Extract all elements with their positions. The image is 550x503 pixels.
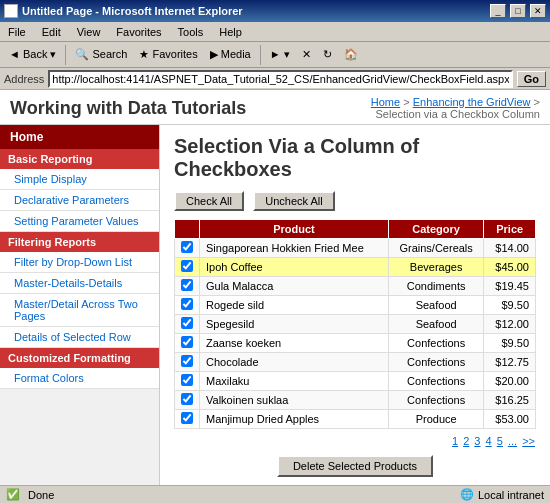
address-label: Address (4, 73, 44, 85)
close-button[interactable]: ✕ (530, 4, 546, 18)
table-row: Valkoinen suklaa Confections $16.25 (175, 391, 536, 410)
row-checkbox-cell (175, 334, 200, 353)
check-all-button[interactable]: Check All (174, 191, 244, 211)
app-icon (4, 4, 18, 18)
row-product: Maxilaku (200, 372, 389, 391)
row-checkbox[interactable] (181, 374, 193, 386)
go-button[interactable]: Go (517, 71, 546, 87)
col-header-product: Product (200, 220, 389, 239)
breadcrumb-home[interactable]: Home (371, 96, 400, 108)
address-input[interactable] (48, 70, 512, 88)
row-price: $20.00 (484, 372, 536, 391)
row-price: $16.25 (484, 391, 536, 410)
status-text: Done (28, 489, 452, 501)
delete-button[interactable]: Delete Selected Products (277, 455, 433, 477)
row-product: Ipoh Coffee (200, 258, 389, 277)
maximize-button[interactable]: □ (510, 4, 526, 18)
media-button[interactable]: ▶ Media (205, 46, 256, 63)
row-checkbox[interactable] (181, 317, 193, 329)
menu-view[interactable]: View (73, 24, 105, 40)
row-product: Rogede sild (200, 296, 389, 315)
row-price: $12.00 (484, 315, 536, 334)
favorites-button[interactable]: ★ Favorites (134, 46, 202, 63)
search-button[interactable]: 🔍 Search (70, 46, 132, 63)
menu-favorites[interactable]: Favorites (112, 24, 165, 40)
table-row: Maxilaku Confections $20.00 (175, 372, 536, 391)
toolbar-separator-1 (65, 45, 66, 65)
page-ellipsis[interactable]: ... (508, 435, 517, 447)
breadcrumb-current: Selection via a Checkbox Column (376, 108, 540, 120)
row-checkbox-cell (175, 277, 200, 296)
row-category: Seafood (388, 296, 484, 315)
zone-label: Local intranet (478, 489, 544, 501)
row-checkbox[interactable] (181, 336, 193, 348)
addressbar: Address Go (0, 68, 550, 90)
stop-button[interactable]: ✕ (297, 46, 316, 63)
row-checkbox[interactable] (181, 241, 193, 253)
page-header: Working with Data Tutorials Home > Enhan… (0, 90, 550, 125)
sidebar-item-details-selected[interactable]: Details of Selected Row (0, 327, 159, 348)
minimize-button[interactable]: _ (490, 4, 506, 18)
row-category: Condiments (388, 277, 484, 296)
page-1[interactable]: 1 (452, 435, 458, 447)
page-next[interactable]: >> (522, 435, 535, 447)
table-row: Rogede sild Seafood $9.50 (175, 296, 536, 315)
refresh-button[interactable]: ↻ (318, 46, 337, 63)
row-checkbox[interactable] (181, 412, 193, 424)
row-category: Seafood (388, 315, 484, 334)
row-product: Valkoinen suklaa (200, 391, 389, 410)
menu-tools[interactable]: Tools (174, 24, 208, 40)
row-checkbox[interactable] (181, 393, 193, 405)
sidebar-item-declarative[interactable]: Declarative Parameters (0, 190, 159, 211)
sidebar-home[interactable]: Home (0, 125, 159, 149)
home-button[interactable]: 🏠 (339, 46, 363, 63)
row-checkbox-cell (175, 296, 200, 315)
row-price: $9.50 (484, 334, 536, 353)
content-area: Selection Via a Column of Checkboxes Che… (160, 125, 550, 485)
col-header-check (175, 220, 200, 239)
row-price: $9.50 (484, 296, 536, 315)
back-button[interactable]: ◄ Back ▾ (4, 46, 61, 63)
row-category: Confections (388, 334, 484, 353)
uncheck-all-button[interactable]: Uncheck All (253, 191, 334, 211)
data-table: Product Category Price Singaporean Hokki… (174, 219, 536, 429)
sidebar-item-filter[interactable]: Filter by Drop-Down List (0, 252, 159, 273)
row-checkbox[interactable] (181, 298, 193, 310)
breadcrumb: Home > Enhancing the GridView > Selectio… (371, 96, 540, 120)
sidebar-item-setting[interactable]: Setting Parameter Values (0, 211, 159, 232)
row-checkbox[interactable] (181, 260, 193, 272)
delete-btn-container: Delete Selected Products (174, 455, 536, 477)
row-checkbox-cell (175, 258, 200, 277)
sidebar-item-format-colors[interactable]: Format Colors (0, 368, 159, 389)
row-checkbox-cell (175, 239, 200, 258)
table-row: Singaporean Hokkien Fried Mee Grains/Cer… (175, 239, 536, 258)
forward-button[interactable]: ► ▾ (265, 46, 295, 63)
row-price: $53.00 (484, 410, 536, 429)
breadcrumb-parent[interactable]: Enhancing the GridView (413, 96, 531, 108)
row-product: Zaanse koeken (200, 334, 389, 353)
row-checkbox-cell (175, 372, 200, 391)
row-price: $19.45 (484, 277, 536, 296)
menu-file[interactable]: File (4, 24, 30, 40)
window-title: Untitled Page - Microsoft Internet Explo… (22, 5, 486, 17)
toolbar: ◄ Back ▾ 🔍 Search ★ Favorites ▶ Media ► … (0, 42, 550, 68)
table-row: Chocolade Confections $12.75 (175, 353, 536, 372)
sidebar-item-master-details[interactable]: Master-Details-Details (0, 273, 159, 294)
page-2[interactable]: 2 (463, 435, 469, 447)
page-4[interactable]: 4 (486, 435, 492, 447)
menu-edit[interactable]: Edit (38, 24, 65, 40)
row-checkbox[interactable] (181, 279, 193, 291)
row-product: Manjimup Dried Apples (200, 410, 389, 429)
table-row: Gula Malacca Condiments $19.45 (175, 277, 536, 296)
menu-help[interactable]: Help (215, 24, 246, 40)
row-product: Spegesild (200, 315, 389, 334)
page-5[interactable]: 5 (497, 435, 503, 447)
pagination: 1 2 3 4 5 ... >> (174, 435, 536, 447)
row-product: Gula Malacca (200, 277, 389, 296)
page-3[interactable]: 3 (474, 435, 480, 447)
row-checkbox[interactable] (181, 355, 193, 367)
sidebar-item-master-detail-two[interactable]: Master/Detail Across Two Pages (0, 294, 159, 327)
sidebar-item-simple[interactable]: Simple Display (0, 169, 159, 190)
btn-row: Check All Uncheck All (174, 191, 536, 211)
row-checkbox-cell (175, 315, 200, 334)
